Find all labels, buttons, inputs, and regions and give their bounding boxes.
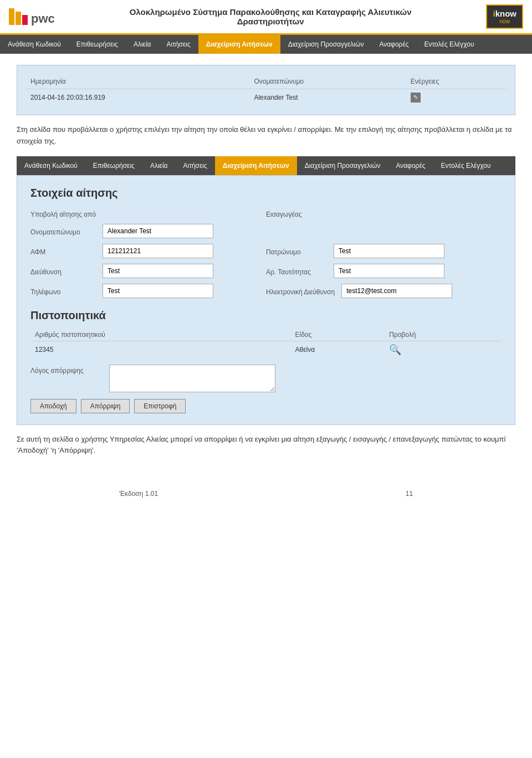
- cell-name: Alexander Test: [249, 89, 406, 106]
- diefthynsh-row: Διεύθυνση Αρ. Ταυτότητας: [30, 264, 502, 278]
- nav2-item-1[interactable]: Επιθεωρήσεις: [85, 156, 142, 175]
- diefthynsh-left: Διεύθυνση: [30, 264, 266, 278]
- pwc-bar-red: [22, 15, 28, 25]
- navbar-1: Ανάθεση Κωδικού Επιθεωρήσεις Αλιεία Αιτή…: [0, 35, 532, 54]
- onomateponymo-label: Ονοματεπώνυμο: [30, 226, 103, 236]
- eisagogeas-label: Εισαγωγέας: [266, 208, 327, 218]
- ilektroniki-right: Ηλεκτρονική Διεύθυνση: [266, 284, 502, 298]
- diefthynsh-label: Διεύθυνση: [30, 266, 103, 276]
- reason-label: Λόγος απόρριψης: [30, 365, 103, 375]
- ypovolh-right: Εισαγωγέας: [266, 208, 502, 218]
- page-footer: 'Εκδοση 1.01 11: [17, 479, 515, 509]
- footer-page: 11: [406, 490, 413, 498]
- footer-version: 'Εκδοση 1.01: [119, 490, 158, 498]
- onomateponymo-row: Ονοματεπώνυμο: [30, 224, 502, 238]
- cell-date: 2014-04-16 20:03:16.919: [26, 89, 249, 106]
- first-table-section: Ημερομηνία Ονοματεπώνυμο Ενέργειες 2014-…: [17, 65, 515, 115]
- onomateponymo-right: [266, 224, 502, 238]
- tilefono-label: Τηλέφωνο: [30, 286, 103, 296]
- col-header-name: Ονοματεπώνυμο: [249, 74, 406, 89]
- reject-button[interactable]: Απόρριψη: [81, 399, 130, 413]
- reason-row: Λόγος απόρριψης: [30, 365, 502, 392]
- ar-tautotitas-input[interactable]: [334, 264, 444, 278]
- header-title-line1: Ολοκληρωμένο Σύστημα Παρακολούθησης και …: [64, 7, 478, 17]
- nav1-item-5[interactable]: Διαχείριση Προσαγγελιών: [280, 35, 372, 54]
- tilefono-input[interactable]: [103, 284, 213, 298]
- ilektroniki-input[interactable]: [341, 284, 452, 298]
- onomateponymo-input[interactable]: [103, 224, 213, 238]
- afm-input[interactable]: [103, 244, 213, 258]
- nav1-item-3[interactable]: Αιτήσεις: [159, 35, 198, 54]
- form-section-title: Στοιχεία αίτησης: [30, 187, 502, 199]
- tilefono-left: Τηλέφωνο: [30, 284, 266, 298]
- nav2-item-6[interactable]: Αναφορές: [388, 156, 433, 175]
- patronymo-label: Πατρώνυμο: [266, 246, 327, 256]
- col-header-actions: Ενέργειες: [406, 74, 506, 89]
- edit-icon[interactable]: ✎: [411, 93, 421, 103]
- pistop-col-number: Αριθμός πιστοποιητικού: [30, 329, 291, 341]
- pistop-table: Αριθμός πιστοποιητικού Είδος Προβολή 123…: [30, 329, 502, 358]
- afm-left: ΑΦΜ: [30, 244, 266, 258]
- ypovolh-row: Υποβολή αίτησης από Εισαγωγέας: [30, 208, 502, 218]
- request-table: Ημερομηνία Ονοματεπώνυμο Ενέργειες 2014-…: [26, 74, 506, 106]
- header-title: Ολοκληρωμένο Σύστημα Παρακολούθησης και …: [55, 7, 487, 26]
- nav1-item-2[interactable]: Αλιεία: [126, 35, 159, 54]
- nav2-item-4[interactable]: Διαχείριση Αιτήσεων: [215, 156, 297, 175]
- pwc-text: pwc: [31, 13, 55, 25]
- nav1-item-6[interactable]: Αναφορές: [371, 35, 416, 54]
- col-header-date: Ημερομηνία: [26, 74, 249, 89]
- nav1-item-4[interactable]: Διαχείριση Αιτήσεων: [198, 35, 280, 54]
- pistop-col-view: Προβολή: [385, 329, 502, 341]
- pwc-logo: pwc: [9, 8, 55, 25]
- ilektroniki-label: Ηλεκτρονική Διεύθυνση: [266, 286, 335, 296]
- pistop-title: Πιστοποιητικά: [30, 309, 502, 322]
- cell-action[interactable]: ✎: [406, 89, 506, 106]
- nav2-item-2[interactable]: Αλιεία: [142, 156, 176, 175]
- return-button[interactable]: Επιστροφή: [134, 399, 186, 413]
- header-title-line2: Δραστηριοτήτων: [64, 17, 478, 26]
- afm-label: ΑΦΜ: [30, 246, 103, 256]
- pistop-col-type: Είδος: [291, 329, 385, 341]
- nav2-item-5[interactable]: Διαχείριση Προσαγγελιών: [297, 156, 388, 175]
- iknow-logo: iknow now: [486, 4, 523, 29]
- nav2-item-0[interactable]: Ανάθεση Κωδικού: [17, 156, 85, 175]
- nav1-item-1[interactable]: Επιθεωρήσεις: [69, 35, 126, 54]
- description-2: Σε αυτή τη σελίδα ο χρήστης Υπηρεσίας Αλ…: [17, 434, 515, 457]
- pistop-row: 12345 Αθεϊνα 🔍: [30, 341, 502, 358]
- diefthynsh-input[interactable]: [103, 264, 213, 278]
- pistop-cell-view[interactable]: 🔍: [385, 341, 502, 358]
- onomateponymo-left: Ονοματεπώνυμο: [30, 224, 266, 238]
- nav2-item-7[interactable]: Εντολές Ελέγχου: [433, 156, 499, 175]
- patronymo-right: Πατρώνυμο: [266, 244, 502, 258]
- navbar-2: Ανάθεση Κωδικού Επιθεωρήσεις Αλιεία Αιτή…: [17, 156, 515, 175]
- pistop-cell-number: 12345: [30, 341, 291, 358]
- patronymo-input[interactable]: [334, 244, 444, 258]
- pistop-cell-type: Αθεϊνα: [291, 341, 385, 358]
- action-buttons: Αποδοχή Απόρριψη Επιστροφή: [30, 399, 502, 413]
- pwc-bar-orange-mid: [16, 12, 21, 25]
- form-section: Στοιχεία αίτησης Υποβολή αίτησης από Εισ…: [17, 175, 515, 425]
- search-icon[interactable]: 🔍: [389, 344, 401, 355]
- page-header: pwc Ολοκληρωμένο Σύστημα Παρακολούθησης …: [0, 0, 532, 35]
- ypovolh-label: Υποβολή αίτησης από: [30, 208, 103, 218]
- nav1-item-7[interactable]: Εντολές Ελέγχου: [417, 35, 482, 54]
- afm-patronymo-row: ΑΦΜ Πατρώνυμο: [30, 244, 502, 258]
- reason-textarea[interactable]: [109, 365, 275, 392]
- description-1: Στη σελίδα που προβάλλεται ο χρήστης επι…: [17, 124, 515, 147]
- pwc-bar-orange-tall: [9, 8, 14, 25]
- first-content-area: Ημερομηνία Ονοματεπώνυμο Ενέργειες 2014-…: [0, 54, 532, 520]
- ypovolh-left: Υποβολή αίτησης από: [30, 208, 266, 218]
- nav1-item-0[interactable]: Ανάθεση Κωδικού: [0, 35, 69, 54]
- ar-tautotitas-right: Αρ. Ταυτότητας: [266, 264, 502, 278]
- tilefono-row: Τηλέφωνο Ηλεκτρονική Διεύθυνση: [30, 284, 502, 298]
- table-row: 2014-04-16 20:03:16.919 Alexander Test ✎: [26, 89, 506, 106]
- accept-button[interactable]: Αποδοχή: [30, 399, 76, 413]
- nav2-item-3[interactable]: Αιτήσεις: [176, 156, 215, 175]
- ar-tautotitas-label: Αρ. Ταυτότητας: [266, 266, 327, 276]
